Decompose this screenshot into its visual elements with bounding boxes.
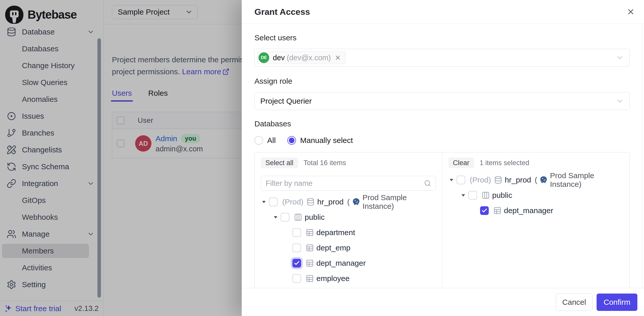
tree-row-public: public: [261, 210, 436, 225]
tree-node-name: public: [492, 191, 512, 200]
database-transfer-panel: Select all Total 16 items (Prod)hr_prod(…: [254, 152, 630, 288]
select-users-label: Select users: [254, 33, 630, 43]
instance-paren: (: [535, 176, 537, 184]
modal-title: Grant Access: [254, 7, 310, 17]
cancel-button[interactable]: Cancel: [556, 294, 593, 311]
database-scope-radios: All Manually select: [254, 136, 630, 145]
selected-tree: (Prod)hr_prod(Prod Sample Instance)publi…: [448, 172, 624, 218]
environment-label: (Prod): [282, 198, 303, 206]
databases-label: Databases: [254, 119, 630, 129]
modal-header: Grant Access: [242, 0, 644, 24]
tree-row-hr_prod: (Prod)hr_prod(Prod Sample Instance): [448, 172, 624, 188]
instance-paren: (: [347, 198, 350, 206]
tree-node-name: department: [316, 228, 355, 237]
tree-row-dept_emp: dept_emp: [261, 240, 436, 256]
tree-row-dept_manager: dept_manager: [448, 203, 624, 218]
checkbox-public[interactable]: [468, 191, 477, 200]
chevron-down-icon: [616, 54, 624, 62]
tree-row-dept_manager: dept_manager: [261, 256, 436, 271]
postgresql-icon: [539, 176, 548, 184]
chevron-down-icon: [616, 97, 624, 105]
search-icon: [424, 180, 431, 187]
checkbox-employee[interactable]: [292, 274, 301, 283]
tree-row-employee: employee: [261, 271, 436, 286]
confirm-button[interactable]: Confirm: [597, 294, 637, 311]
table-icon: [306, 259, 314, 267]
tree-row-department: department: [261, 225, 436, 240]
tree-expander-icon[interactable]: [448, 177, 455, 183]
checkbox-dept_emp[interactable]: [292, 244, 301, 252]
database-icon: [494, 176, 502, 184]
filter-input[interactable]: [266, 179, 424, 188]
modal-footer: Cancel Confirm: [242, 288, 644, 316]
select-all-button[interactable]: Select all: [261, 157, 298, 168]
role-select[interactable]: Project Querier: [254, 92, 630, 110]
postgresql-icon: [352, 198, 360, 206]
assign-role-label: Assign role: [254, 76, 630, 86]
tree-node-name: hr_prod: [317, 198, 343, 206]
table-icon: [306, 228, 314, 237]
tree-node-name: employee: [316, 274, 350, 283]
grant-access-modal: Grant Access Select users DE dev (dev@x.…: [242, 0, 644, 316]
schema-icon: [294, 213, 302, 221]
table-icon: [306, 244, 314, 252]
checked-checkbox-dept_manager[interactable]: [292, 259, 301, 268]
radio-circle-selected: [287, 136, 296, 145]
close-icon[interactable]: [625, 6, 636, 17]
environment-label: (Prod): [470, 176, 491, 184]
tree-expander-icon[interactable]: [261, 199, 267, 205]
selected-pane: Clear 1 items selected (Prod)hr_prod(Pro…: [442, 152, 630, 288]
checkbox-public[interactable]: [281, 213, 289, 222]
tree-expander-icon[interactable]: [460, 192, 466, 198]
tree-expander-icon[interactable]: [273, 214, 279, 220]
checkbox-hr_prod[interactable]: [269, 198, 278, 206]
bytebase-app: Bytebase DatabaseDatabasesChange History…: [0, 0, 644, 316]
tree-row-public: public: [448, 188, 624, 203]
table-icon: [493, 206, 501, 215]
tree-row-hr_prod: (Prod)hr_prod(Prod Sample Instance): [261, 194, 436, 210]
tree-node-name: public: [305, 213, 325, 222]
modal-scrollbar-gutter[interactable]: [642, 24, 644, 288]
clear-button[interactable]: Clear: [448, 157, 474, 168]
total-items-label: Total 16 items: [304, 159, 346, 167]
user-chip: DE dev (dev@x.com): [257, 51, 345, 64]
modal-body: Select users DE dev (dev@x.com) Assign r…: [242, 24, 644, 288]
radio-circle: [254, 136, 263, 145]
modal-overlay: [0, 0, 242, 316]
selected-items-label: 1 items selected: [480, 159, 529, 167]
checked-checkbox-dept_manager[interactable]: [480, 206, 489, 215]
tree-node-name: dept_manager: [316, 259, 366, 268]
tree-node-name: dept_emp: [316, 244, 350, 252]
tree-node-name: dept_manager: [504, 206, 553, 215]
radio-all[interactable]: All: [254, 136, 276, 145]
schema-icon: [482, 191, 490, 199]
remove-user-icon[interactable]: [334, 54, 341, 61]
instance-name: Prod Sample Instance): [363, 193, 436, 211]
filter-input-wrap: [261, 176, 436, 191]
checkbox-hr_prod[interactable]: [457, 176, 465, 184]
table-icon: [306, 274, 314, 283]
checkbox-department[interactable]: [292, 228, 301, 237]
avatar: DE: [259, 52, 269, 63]
source-tree: (Prod)hr_prod(Prod Sample Instance)publi…: [261, 194, 436, 286]
source-pane: Select all Total 16 items (Prod)hr_prod(…: [255, 152, 442, 288]
instance-name: Prod Sample Instance): [550, 171, 623, 189]
radio-manually-select[interactable]: Manually select: [287, 136, 353, 145]
users-multiselect[interactable]: DE dev (dev@x.com): [254, 49, 630, 67]
tree-node-name: hr_prod: [505, 176, 531, 184]
database-icon: [306, 198, 315, 206]
